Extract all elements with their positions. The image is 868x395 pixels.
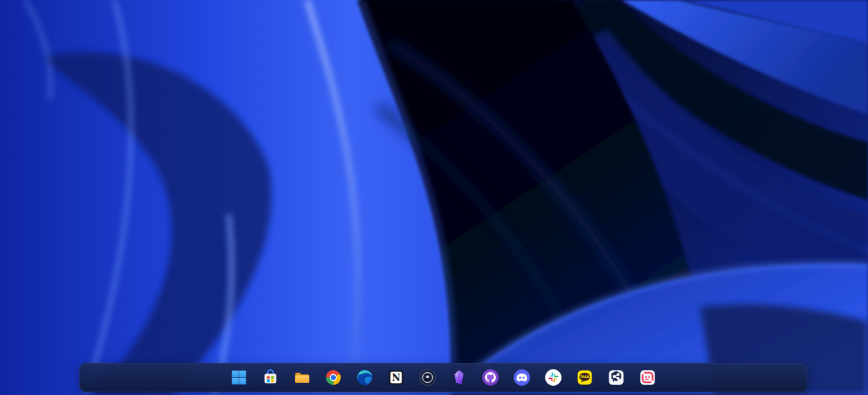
desktop[interactable]: N	[0, 0, 868, 395]
taskbar-file-explorer-button[interactable]	[286, 364, 318, 391]
taskbar-github-button[interactable]	[475, 364, 507, 391]
wallpaper-image	[0, 0, 868, 395]
hexagon-share-icon	[607, 369, 625, 386]
taskbar-red-loop-app-button[interactable]	[632, 364, 664, 391]
taskbar-hexagon-share-app-button[interactable]	[601, 364, 632, 391]
taskbar-microsoft-store-button[interactable]	[255, 364, 286, 391]
taskbar-discord-button[interactable]	[507, 364, 538, 391]
red-loop-face-icon	[639, 369, 657, 386]
obsidian-gem-icon	[450, 369, 468, 386]
edge-icon	[356, 369, 374, 386]
concentric-rings-icon	[419, 369, 437, 386]
taskbar-ring-app-button[interactable]	[412, 364, 444, 391]
taskbar-start-button[interactable]	[224, 364, 255, 391]
slack-icon	[544, 369, 562, 386]
taskbar-notion-button[interactable]: N	[381, 364, 412, 391]
folder-icon	[293, 369, 311, 386]
kakaotalk-icon: TALK	[576, 369, 594, 386]
taskbar-edge-button[interactable]	[349, 364, 381, 391]
taskbar-slack-button[interactable]	[538, 364, 569, 391]
taskbar: N	[79, 363, 807, 392]
microsoft-store-icon	[261, 369, 279, 386]
chrome-icon	[324, 369, 342, 386]
notion-icon: N	[387, 369, 405, 386]
taskbar-chrome-button[interactable]	[318, 364, 349, 391]
taskbar-obsidian-button[interactable]	[444, 364, 475, 391]
taskbar-pinned-apps: N	[224, 364, 664, 391]
discord-icon	[513, 369, 531, 386]
kakaotalk-bubble-text: TALK	[580, 375, 590, 379]
svg-text:N: N	[392, 372, 401, 383]
windows-logo-icon	[230, 369, 248, 386]
taskbar-kakaotalk-button[interactable]: TALK	[569, 364, 601, 391]
github-octocat-icon	[482, 369, 499, 386]
